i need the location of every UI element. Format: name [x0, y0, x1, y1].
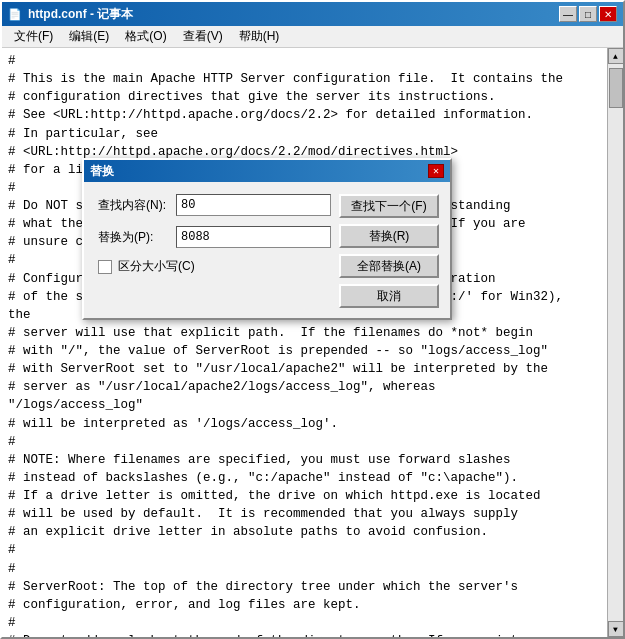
menu-format[interactable]: 格式(O) [117, 26, 174, 47]
scroll-thumb[interactable] [609, 68, 623, 108]
title-bar-text: 📄 httpd.conf - 记事本 [8, 6, 133, 23]
replace-button[interactable]: 替换(R) [339, 224, 439, 248]
maximize-button[interactable]: □ [579, 6, 597, 22]
dialog-main-content: 查找内容(N): 替换为(P): 区分大小写(C) 查找 [98, 194, 436, 308]
find-next-button[interactable]: 查找下一个(F) [339, 194, 439, 218]
checkbox-label: 区分大小写(C) [118, 258, 195, 275]
minimize-button[interactable]: — [559, 6, 577, 22]
case-sensitive-checkbox[interactable] [98, 260, 112, 274]
scroll-down-button[interactable]: ▼ [608, 621, 624, 637]
find-row: 查找内容(N): [98, 194, 331, 216]
find-input[interactable] [176, 194, 331, 216]
dialog-title: 替换 [90, 163, 114, 180]
replace-input[interactable] [176, 226, 331, 248]
menu-file[interactable]: 文件(F) [6, 26, 61, 47]
checkbox-row: 区分大小写(C) [98, 258, 331, 275]
dialog-title-bar: 替换 ✕ [84, 160, 450, 182]
menu-edit[interactable]: 编辑(E) [61, 26, 117, 47]
app-icon: 📄 [8, 8, 22, 21]
dialog-fields: 查找内容(N): 替换为(P): 区分大小写(C) [98, 194, 331, 275]
cancel-button[interactable]: 取消 [339, 284, 439, 308]
dialog-close-button[interactable]: ✕ [428, 164, 444, 178]
title-bar-controls: — □ ✕ [559, 6, 617, 22]
replace-row: 替换为(P): [98, 226, 331, 248]
text-area-container: # # This is the main Apache HTTP Server … [2, 48, 623, 637]
replace-all-button[interactable]: 全部替换(A) [339, 254, 439, 278]
editor-content[interactable]: # # This is the main Apache HTTP Server … [2, 48, 623, 637]
window-title: httpd.conf - 记事本 [28, 6, 133, 23]
dialog-buttons: 查找下一个(F) 替换(R) 全部替换(A) 取消 [339, 194, 439, 308]
menu-help[interactable]: 帮助(H) [231, 26, 288, 47]
scroll-up-button[interactable]: ▲ [608, 48, 624, 64]
scrollbar: ▲ ▼ [607, 48, 623, 637]
menu-bar: 文件(F) 编辑(E) 格式(O) 查看(V) 帮助(H) [2, 26, 623, 48]
replace-dialog: 替换 ✕ 查找内容(N): 替换为(P): [82, 158, 452, 320]
find-label: 查找内容(N): [98, 197, 168, 214]
dialog-body: 查找内容(N): 替换为(P): 区分大小写(C) 查找 [84, 182, 450, 318]
close-button[interactable]: ✕ [599, 6, 617, 22]
main-window: 📄 httpd.conf - 记事本 — □ ✕ 文件(F) 编辑(E) 格式(… [0, 0, 625, 639]
menu-view[interactable]: 查看(V) [175, 26, 231, 47]
replace-label: 替换为(P): [98, 229, 168, 246]
title-bar: 📄 httpd.conf - 记事本 — □ ✕ [2, 2, 623, 26]
